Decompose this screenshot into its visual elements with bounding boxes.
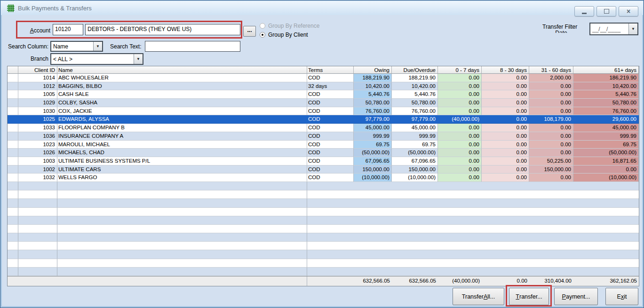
cell-client_id: 1014 (18, 74, 57, 82)
table-row[interactable]: 1030COX, JACKIECOD76,760.0076,760.000.00… (8, 107, 639, 116)
empty-row[interactable] (8, 250, 639, 259)
cell-owing (354, 216, 392, 225)
cell-terms (307, 242, 354, 250)
cell-client_id: 1025 (18, 115, 57, 124)
close-button[interactable]: × (619, 6, 638, 16)
empty-row[interactable] (8, 259, 639, 268)
total-owing: 632,566.05 (354, 276, 392, 286)
empty-row[interactable] (8, 233, 639, 242)
cell-d0_7: 0.00 (438, 132, 482, 141)
group-by-reference-option[interactable]: Group By Reference (260, 23, 319, 29)
cell-owing (354, 225, 392, 233)
empty-row[interactable] (8, 242, 639, 250)
transfer-filter-date-combo[interactable]: __/__/____ ▼ (589, 23, 638, 35)
empty-row[interactable] (8, 216, 639, 225)
account-name-field[interactable]: DEBTORS - DEBTORS (THEY OWE US) (85, 24, 240, 35)
table-row[interactable]: 1029COLBY, SASHACOD50,780.0050,780.000.0… (8, 99, 639, 107)
cell-terms: COD (307, 166, 354, 174)
search-column-value: Name (51, 43, 93, 50)
minimize-button[interactable] (574, 6, 594, 16)
table-row[interactable]: 1032WELLS FARGOCOD(10,000.00)(10,000.00)… (8, 174, 639, 182)
cell-client_id (18, 190, 57, 199)
cell-owing (354, 233, 392, 242)
cell-d31_60: 50,225.00 (529, 157, 573, 166)
total-due: 632,566.05 (392, 276, 438, 286)
empty-row[interactable] (8, 208, 639, 216)
exit-button[interactable]: Exit (605, 288, 638, 305)
table-row[interactable]: 1025EDWARDS, ALYSSACOD97,779.0097,779.00… (8, 115, 639, 124)
cell-terms (307, 233, 354, 242)
title-bar[interactable]: Bulk Payments & Transfers (1, 1, 643, 15)
empty-row[interactable] (8, 225, 639, 233)
table-row[interactable]: 1003ULTIMATE BUSINESS SYSTEMS P/LCOD67,0… (8, 157, 639, 166)
cell-name: FLOORPLAN COMPANY B (57, 124, 307, 132)
search-column-dropdown-button[interactable]: ▼ (93, 42, 102, 51)
cell-name: ULTIMATE BUSINESS SYSTEMS P/L (57, 157, 307, 166)
cell-client_id: 1002 (18, 166, 57, 174)
maximize-button[interactable] (596, 6, 616, 16)
cell-d31_60 (529, 199, 573, 207)
group-by-client-option[interactable]: Group By Client (260, 32, 308, 38)
table-row[interactable]: 1002ULTIMATE CARSCOD150,000.00150,000.00… (8, 166, 639, 174)
cell-name: BAGGINS, BILBO (57, 82, 307, 91)
cell-client_id: 1032 (18, 174, 57, 182)
column-header-d8_30[interactable]: 8 - 30 days (482, 66, 529, 74)
cell-d8_30: 0.00 (482, 99, 529, 107)
column-header-d61[interactable]: 61+ days (573, 66, 639, 74)
column-header-selector[interactable] (8, 66, 18, 74)
cell-d31_60: 0.00 (529, 107, 573, 116)
cell-d8_30 (482, 250, 529, 259)
cell-owing (354, 190, 392, 199)
column-header-client_id[interactable]: Client ID (18, 66, 57, 74)
transfer-all-button[interactable]: Transfer All... (453, 288, 504, 305)
payment-button[interactable]: Payment... (554, 288, 598, 305)
column-header-name[interactable]: Name (57, 66, 307, 74)
cell-terms: COD (307, 107, 354, 116)
search-text-input[interactable] (145, 41, 240, 52)
table-header[interactable]: Client IDNameTermsOwingDue/Overdue0 - 7 … (8, 66, 639, 74)
cell-owing: 45,000.00 (354, 124, 392, 132)
column-header-due[interactable]: Due/Overdue (392, 66, 438, 74)
cell-owing (354, 182, 392, 190)
account-code-field[interactable]: 10120 (53, 24, 83, 35)
cell-terms (307, 208, 354, 216)
table-row[interactable]: 1026MICHAELS, CHADCOD(50,000.00)(50,000.… (8, 149, 639, 157)
cell-name (57, 250, 307, 259)
empty-row[interactable] (8, 199, 639, 207)
group-by-reference-label: Group By Reference (268, 23, 319, 29)
branch-combo[interactable]: < ALL > ▼ (50, 53, 143, 65)
transfer-filter-date-value: __/__/____ (590, 26, 628, 32)
account-browse-button[interactable]: ... (243, 26, 256, 37)
transfer-button[interactable]: Transfer... (509, 288, 549, 305)
table-row[interactable]: 1005CASH SALECOD5,440.765,440.760.000.00… (8, 90, 639, 99)
column-header-d31_60[interactable]: 31 - 60 days (529, 66, 573, 74)
column-header-d0_7[interactable]: 0 - 7 days (438, 66, 482, 74)
column-header-owing[interactable]: Owing (354, 66, 392, 74)
table-row[interactable]: 1033FLOORPLAN COMPANY BCOD45,000.0045,00… (8, 124, 639, 132)
table-row[interactable]: 1012BAGGINS, BILBO32 days10,420.0010,420… (8, 82, 639, 91)
table-row[interactable]: 1023MAROULI, MICHAELCOD69.7569.750.000.0… (8, 141, 639, 149)
cell-owing (354, 250, 392, 259)
cell-d31_60: 108,179.00 (529, 115, 573, 124)
cell-due: 150,000.00 (392, 166, 438, 174)
total-name (57, 276, 307, 286)
branch-dropdown-button[interactable]: ▼ (134, 54, 143, 64)
cell-selector (8, 242, 18, 250)
table-row[interactable]: 1014ABC WHOLESALERCOD188,219.90188,219.9… (8, 74, 639, 82)
empty-row[interactable] (8, 268, 639, 276)
clients-table: Client IDNameTermsOwingDue/Overdue0 - 7 … (7, 66, 639, 286)
search-column-combo[interactable]: Name ▼ (50, 41, 103, 52)
table-row[interactable]: 1036INSURANCE COMPANY ACOD999.99999.990.… (8, 132, 639, 141)
cell-client_id: 1023 (18, 141, 57, 149)
empty-row[interactable] (8, 190, 639, 199)
cell-d31_60 (529, 225, 573, 233)
cell-owing: 50,780.00 (354, 99, 392, 107)
cell-selector (8, 190, 18, 199)
cell-selector (8, 107, 18, 116)
transfer-filter-dropdown-button[interactable]: ▼ (628, 24, 637, 34)
empty-row[interactable] (8, 182, 639, 190)
cell-d31_60 (529, 233, 573, 242)
cell-d61: 10,420.00 (573, 82, 639, 91)
cell-d31_60: 0.00 (529, 174, 573, 182)
column-header-terms[interactable]: Terms (307, 66, 354, 74)
